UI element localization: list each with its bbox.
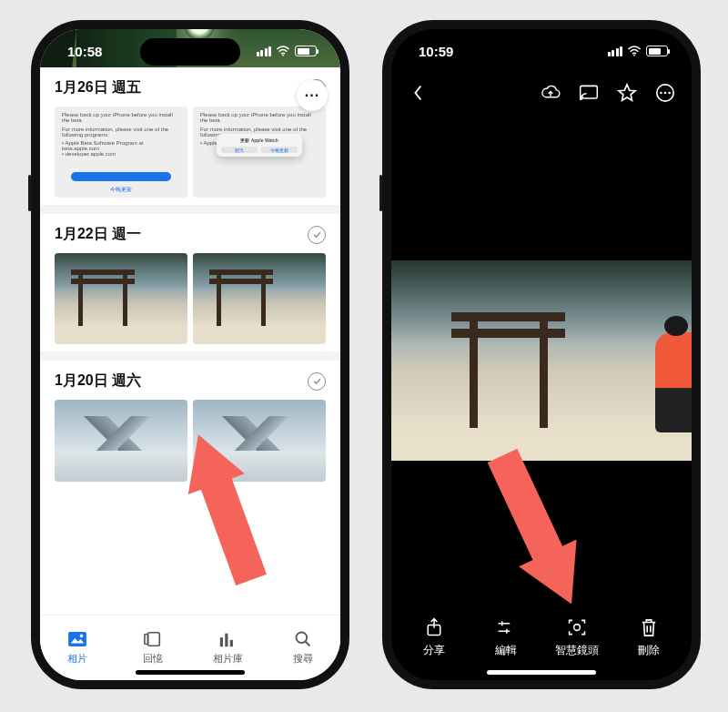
home-indicator[interactable] xyxy=(136,670,245,675)
photos-icon xyxy=(67,630,87,648)
svg-point-0 xyxy=(282,55,284,56)
tab-search[interactable]: 搜尋 xyxy=(266,615,341,680)
svg-point-13 xyxy=(660,92,662,95)
cellular-icon xyxy=(608,46,623,56)
thumb-text: For more information, please visit one o… xyxy=(62,127,180,137)
home-indicator[interactable] xyxy=(487,670,596,675)
thumb-text: • Apple Beta Software Program at beta.ap… xyxy=(62,140,180,151)
tab-label: 回憶 xyxy=(143,652,163,666)
status-time: 10:59 xyxy=(419,44,453,59)
photo-thumb[interactable]: Please back up your iPhone before you in… xyxy=(193,107,326,198)
photo-person xyxy=(655,332,692,432)
svg-rect-7 xyxy=(230,640,233,646)
date-section: 1月22日 週一 xyxy=(40,205,340,351)
overflow-button[interactable] xyxy=(655,83,675,103)
right-device: 10:59 xyxy=(382,20,701,689)
photo-thumb[interactable]: Please back up your iPhone before you in… xyxy=(55,107,187,198)
left-device: 10:58 ··· 1月26日 週五 Pl xyxy=(31,20,349,689)
svg-point-17 xyxy=(574,624,581,630)
back-button[interactable] xyxy=(408,83,428,103)
share-icon xyxy=(424,617,444,637)
lens-icon xyxy=(567,617,587,637)
photo-content xyxy=(391,260,692,461)
dynamic-island xyxy=(140,38,240,66)
tab-label: 相片 xyxy=(67,652,87,666)
share-button[interactable]: 分享 xyxy=(399,607,470,667)
battery-icon xyxy=(646,46,668,56)
edit-icon xyxy=(496,617,516,637)
tab-label: 相片庫 xyxy=(213,652,243,666)
svg-rect-5 xyxy=(220,637,223,646)
popup-btn: 今晚更新 xyxy=(261,147,298,153)
status-right xyxy=(257,46,318,56)
svg-point-2 xyxy=(80,635,84,638)
photo-thumb[interactable] xyxy=(193,253,326,344)
cast-button[interactable] xyxy=(579,83,599,103)
svg-point-8 xyxy=(296,633,307,644)
svg-point-11 xyxy=(580,98,582,101)
popup-btn: 明天 xyxy=(221,147,258,153)
section-title: 1月22日 週一 xyxy=(55,225,141,244)
cloud-upload-button[interactable] xyxy=(541,83,561,103)
wifi-icon xyxy=(276,46,290,56)
left-screen: 10:58 ··· 1月26日 週五 Pl xyxy=(40,29,340,680)
status-time: 10:58 xyxy=(67,44,102,59)
favorite-button[interactable] xyxy=(617,83,637,103)
more-button[interactable]: ··· xyxy=(297,80,328,111)
delete-button[interactable]: 刪除 xyxy=(613,607,685,667)
wifi-icon xyxy=(627,46,642,56)
thumb-text: Please back up your iPhone before you in… xyxy=(62,112,180,123)
battery-icon xyxy=(295,46,317,56)
viewer-top-bar xyxy=(391,73,692,113)
thumb-link: 今晚更新 xyxy=(71,186,172,193)
svg-point-9 xyxy=(633,55,635,56)
section-title: 1月20日 週六 xyxy=(55,371,141,391)
search-icon xyxy=(293,630,313,648)
button-label: 分享 xyxy=(423,643,445,658)
thumb-popup: 更新 Apple Watch 明天 今晚更新 xyxy=(217,134,301,157)
button-label: 編輯 xyxy=(495,643,517,658)
thumb-text: • developer.apple.com xyxy=(62,151,180,157)
button-label: 刪除 xyxy=(638,643,660,658)
thumb-button xyxy=(71,172,172,181)
memories-icon xyxy=(143,630,163,648)
svg-point-14 xyxy=(664,92,667,95)
select-toggle[interactable] xyxy=(308,226,326,244)
date-section: 1月26日 週五 Please back up your iPhone befo… xyxy=(40,67,340,205)
section-title: 1月26日 週五 xyxy=(55,78,141,97)
trash-icon xyxy=(639,617,659,637)
svg-rect-3 xyxy=(147,633,159,646)
more-icon: ··· xyxy=(305,87,319,104)
viewer-bottom-bar: 分享 編輯 智慧鏡頭 刪除 xyxy=(391,607,692,680)
svg-rect-1 xyxy=(68,632,86,646)
svg-rect-6 xyxy=(226,634,228,647)
button-label: 智慧鏡頭 xyxy=(555,643,599,658)
tab-label: 搜尋 xyxy=(293,652,313,666)
lens-button[interactable]: 智慧鏡頭 xyxy=(541,607,613,667)
photo-thumb[interactable] xyxy=(55,253,187,344)
tab-photos[interactable]: 相片 xyxy=(40,615,116,680)
popup-title: 更新 Apple Watch xyxy=(240,137,278,143)
svg-point-15 xyxy=(668,92,671,95)
status-right xyxy=(608,46,669,56)
thumb-text: Please back up your iPhone before you in… xyxy=(200,112,318,123)
cellular-icon xyxy=(257,46,272,56)
select-toggle[interactable] xyxy=(308,372,326,391)
dynamic-island xyxy=(491,38,592,66)
library-icon xyxy=(217,630,238,648)
edit-button[interactable]: 編輯 xyxy=(470,607,542,667)
svg-rect-4 xyxy=(145,635,148,645)
